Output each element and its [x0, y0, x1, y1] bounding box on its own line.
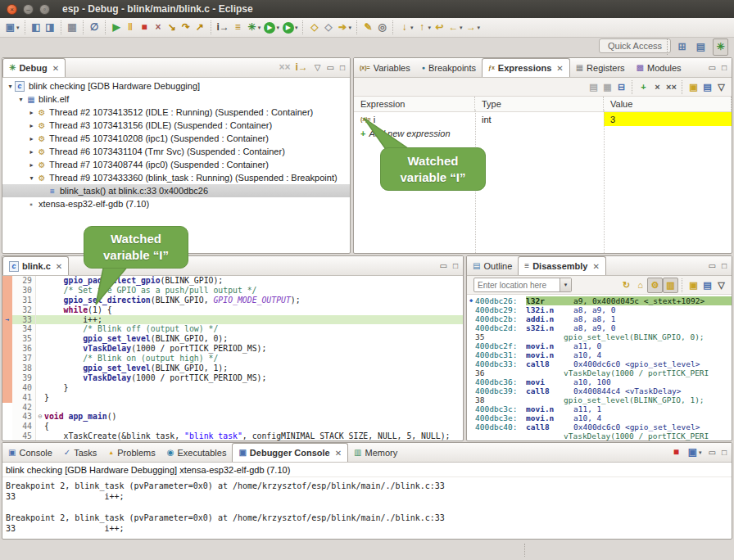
- add-new-expression-row[interactable]: + Add new expression: [354, 126, 732, 140]
- view-menu-button[interactable]: ▽: [714, 278, 728, 292]
- fold-marker-icon[interactable]: ⊖: [36, 412, 44, 422]
- forward-button[interactable]: →▾: [464, 20, 482, 35]
- expand-arrow-icon[interactable]: ▾: [27, 174, 36, 182]
- disassembly-listing[interactable]: ◆400dbc26:l32ra9, 0x400d045c <_stext+109…: [467, 295, 732, 440]
- add-expression-button[interactable]: +: [637, 80, 650, 94]
- dropdown-arrow-icon[interactable]: ▾: [428, 20, 431, 35]
- minimize-view-icon[interactable]: ▭: [327, 64, 334, 72]
- cpp-perspective-button[interactable]: ▤: [694, 39, 708, 55]
- suspend-button[interactable]: ‖: [124, 20, 138, 35]
- disassembly-line[interactable]: 400dbc39:call80x400844c4 <vTaskDelay>: [467, 386, 732, 395]
- window-minimize-button[interactable]: –: [23, 4, 34, 15]
- tab-console[interactable]: ▣Console: [2, 443, 58, 462]
- tab-memory[interactable]: ▥Memory: [348, 443, 403, 462]
- code-line[interactable]: →33 i++;: [2, 315, 463, 325]
- mark-occurrences-button[interactable]: ✎: [361, 20, 375, 35]
- expand-arrow-icon[interactable]: ▾: [6, 83, 15, 90]
- next-annotation-button[interactable]: ↓▾: [397, 20, 415, 35]
- pin-view-button[interactable]: ▤: [700, 278, 714, 292]
- code-line[interactable]: 32 while(1) {: [2, 305, 463, 315]
- dropdown-arrow-icon[interactable]: ▾: [477, 20, 480, 35]
- go-home-button[interactable]: ⌂: [633, 278, 647, 292]
- dropdown-arrow-icon[interactable]: ▾: [16, 20, 20, 35]
- code-line[interactable]: 39 vTaskDelay(1000 / portTICK_PERIOD_MS)…: [2, 373, 463, 383]
- disassembly-line[interactable]: 36vTaskDelay(1000 / portTICK_PERI: [467, 368, 732, 377]
- open-perspective-button[interactable]: ⊞: [675, 39, 689, 55]
- code-editor[interactable]: 29 gpio_pad_select_gpio(BLINK_GPIO);30 /…: [2, 276, 463, 441]
- flash-button[interactable]: ➔▾: [335, 20, 353, 35]
- new-view-button[interactable]: ▣: [686, 80, 700, 94]
- step-filters-button[interactable]: ≡: [231, 20, 245, 35]
- last-edit-location-button[interactable]: ↩: [433, 20, 446, 35]
- remove-terminated-button[interactable]: ××: [277, 60, 292, 75]
- column-header-type[interactable]: Type: [475, 97, 604, 111]
- debug-tree-item[interactable]: ▾cblink checking [GDB Hardware Debugging…: [2, 79, 350, 93]
- code-line[interactable]: 42: [2, 403, 463, 413]
- view-menu-button[interactable]: ▽: [714, 80, 728, 94]
- disassembly-line[interactable]: 400dbc2b:addi.na8, a8, 1: [467, 314, 732, 323]
- expand-arrow-icon[interactable]: ▸: [27, 135, 36, 142]
- code-line[interactable]: 36 vTaskDelay(1000 / portTICK_PERIOD_MS)…: [2, 344, 463, 354]
- debug-tree-item[interactable]: ≡blink_task() at blink.c:33 0x400dbc26: [2, 184, 350, 197]
- dropdown-arrow-icon[interactable]: ▾: [276, 20, 279, 35]
- build-button[interactable]: ▦: [66, 20, 79, 35]
- debug-tree-item[interactable]: ▸⚙Thread #5 1073410208 (ipc1) (Suspended…: [2, 132, 350, 145]
- remove-all-expressions-button[interactable]: ××: [664, 80, 678, 94]
- code-line[interactable]: 34 /* Blink off (output low) */: [2, 324, 463, 334]
- dropdown-arrow-icon[interactable]: ▾: [348, 20, 351, 35]
- remove-expression-button[interactable]: ×: [650, 80, 664, 94]
- new-view-button[interactable]: ▣: [686, 278, 700, 292]
- disassembly-line[interactable]: 400dbc3c:movi.na11, 1: [467, 404, 732, 413]
- tab-disassembly[interactable]: ≡Disassembly✕: [518, 256, 606, 275]
- tab-problems[interactable]: ▲Problems: [102, 443, 161, 462]
- minimize-view-icon[interactable]: ▭: [440, 262, 447, 270]
- back-button[interactable]: ←▾: [446, 20, 464, 35]
- debug-history-button[interactable]: ✳▾: [245, 20, 263, 35]
- debug-tree-item[interactable]: ▸⚙Thread #3 1073413156 (IDLE) (Suspended…: [2, 119, 350, 132]
- close-icon[interactable]: ✕: [52, 64, 59, 73]
- minimize-view-icon[interactable]: ▭: [709, 449, 716, 457]
- disconnect-button[interactable]: ×: [152, 20, 165, 35]
- external-tools-button[interactable]: ▶▾: [281, 20, 300, 35]
- maximize-view-icon[interactable]: □: [453, 262, 458, 270]
- dropdown-arrow-icon[interactable]: ▾: [699, 445, 702, 460]
- debug-tree-item[interactable]: ▸⚙Thread #7 1073408744 (ipc0) (Suspended…: [2, 158, 350, 171]
- close-icon[interactable]: ✕: [592, 262, 599, 271]
- combo-dropdown-icon[interactable]: ▾: [560, 278, 571, 291]
- dropdown-arrow-icon[interactable]: ▾: [460, 20, 463, 35]
- code-line[interactable]: 35 gpio_set_level(BLINK_GPIO, 0);: [2, 334, 463, 344]
- code-line[interactable]: 31 gpio_set_direction(BLINK_GPIO, GPIO_M…: [2, 296, 463, 305]
- terminate-button[interactable]: ■: [138, 20, 152, 35]
- instruction-stepping-mode-button[interactable]: i→: [293, 60, 309, 75]
- new-button[interactable]: ▣▾: [3, 20, 21, 35]
- dropdown-arrow-icon[interactable]: ▾: [295, 20, 298, 35]
- open-resource-button[interactable]: ◇: [321, 20, 335, 35]
- tab-debug[interactable]: ✳Debug✕: [2, 58, 66, 77]
- window-close-button[interactable]: ×: [7, 4, 17, 15]
- maximize-view-icon[interactable]: □: [340, 64, 345, 72]
- dropdown-arrow-icon[interactable]: ▾: [410, 20, 414, 35]
- disassembly-line[interactable]: 400dbc2f:movi.na11, 0: [467, 341, 732, 350]
- code-line[interactable]: 29 gpio_pad_select_gpio(BLINK_GPIO);: [2, 276, 463, 286]
- disassembly-line[interactable]: 400dbc31:movi.na10, 4: [467, 350, 732, 359]
- expand-arrow-icon[interactable]: ▸: [27, 148, 36, 156]
- run-history-button[interactable]: ▶▾: [262, 20, 281, 35]
- refresh-view-button[interactable]: ↻: [619, 278, 633, 292]
- save-all-button[interactable]: ◨: [43, 20, 57, 35]
- quick-access-box[interactable]: Quick Access: [599, 38, 671, 53]
- sync-with-context-button[interactable]: ⚙: [647, 278, 663, 293]
- previous-annotation-button[interactable]: ↑▾: [415, 20, 433, 35]
- tab-breakpoints[interactable]: ●Breakpoints: [416, 58, 482, 77]
- disassembly-line[interactable]: 400dbc29:l32i.na8, a9, 0: [467, 305, 732, 314]
- skip-breakpoints-button[interactable]: ∅: [88, 20, 102, 35]
- maximize-view-icon[interactable]: □: [722, 262, 727, 270]
- expression-row[interactable]: (x)= i int 3: [354, 112, 732, 126]
- code-line[interactable]: 41}: [2, 393, 463, 403]
- maximize-view-icon[interactable]: □: [722, 64, 727, 72]
- step-return-button[interactable]: ↗: [193, 20, 207, 35]
- debug-tree-item[interactable]: ▪xtensa-esp32-elf-gdb (7.10): [2, 197, 350, 210]
- disassembly-line[interactable]: 400dbc33:call80x400dc6c0 <gpio_set_level…: [467, 359, 732, 368]
- disassembly-line[interactable]: 400dbc40:call80x400dc6c0 <gpio_set_level…: [467, 422, 732, 431]
- show-source-button[interactable]: ▥: [663, 278, 678, 293]
- code-line[interactable]: 40 }: [2, 383, 463, 393]
